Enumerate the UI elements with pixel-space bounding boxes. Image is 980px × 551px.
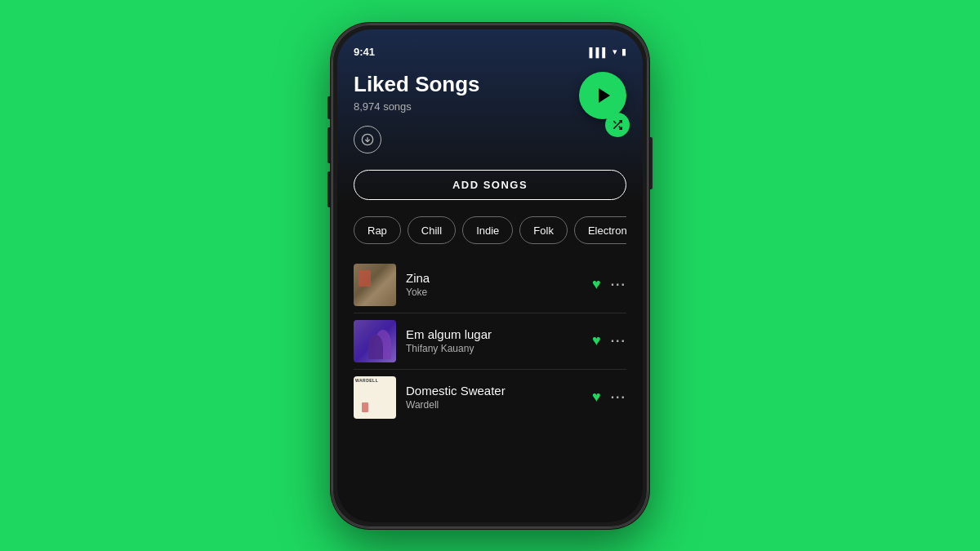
song-artist-em: Thifany Kauany: [406, 343, 582, 354]
song-title-domestic: Domestic Sweater: [406, 384, 582, 398]
genre-label-rap: Rap: [368, 224, 387, 237]
song-info-zina: Zina Yoke: [406, 271, 582, 298]
song-title-zina: Zina: [406, 271, 582, 285]
more-icon-domestic[interactable]: ···: [611, 390, 626, 405]
genre-label-electronic: Electronic: [588, 224, 626, 237]
song-artist-domestic: Wardell: [406, 399, 582, 411]
power-button: [649, 137, 653, 189]
play-icon: [595, 86, 614, 105]
genre-chip-rap[interactable]: Rap: [354, 216, 401, 244]
song-item-em[interactable]: Em algum lugar Thifany Kauany ♥ ···: [354, 313, 626, 369]
song-actions-domestic: ♥ ···: [592, 389, 626, 406]
phone-mockup: 9:41 ▌▌▌ ▾ ▮ Liked Songs 8,974 songs: [331, 23, 649, 529]
genre-chips: Rap Chill Indie Folk Electronic: [354, 216, 626, 244]
genre-chip-chill[interactable]: Chill: [408, 216, 456, 244]
song-item-domestic[interactable]: Domestic Sweater Wardell ♥ ···: [354, 370, 626, 425]
signal-icon: ▌▌▌: [590, 47, 608, 57]
song-actions-zina: ♥ ···: [592, 276, 626, 293]
heart-icon-em[interactable]: ♥: [592, 332, 601, 349]
song-actions-em: ♥ ···: [592, 332, 626, 349]
song-info-em: Em algum lugar Thifany Kauany: [406, 327, 582, 354]
battery-icon: ▮: [621, 47, 626, 57]
more-icon-em[interactable]: ···: [611, 334, 626, 349]
screen: 9:41 ▌▌▌ ▾ ▮ Liked Songs 8,974 songs: [337, 29, 643, 522]
song-art-domestic: [354, 376, 396, 419]
heart-icon-zina[interactable]: ♥: [592, 276, 601, 293]
heart-icon-domestic[interactable]: ♥: [592, 389, 601, 406]
wifi-icon: ▾: [612, 47, 617, 57]
add-songs-button[interactable]: ADD SONGS: [354, 170, 626, 200]
song-art-zina: [354, 264, 396, 306]
song-item-zina[interactable]: Zina Yoke ♥ ···: [354, 257, 626, 313]
svg-line-4: [613, 121, 616, 123]
song-list: Zina Yoke ♥ ··· Em algum lugar: [354, 257, 626, 425]
phone-frame: 9:41 ▌▌▌ ▾ ▮ Liked Songs 8,974 songs: [331, 23, 649, 529]
status-time: 9:41: [354, 46, 375, 58]
genre-chip-electronic[interactable]: Electronic: [574, 216, 626, 244]
download-button[interactable]: [354, 126, 381, 153]
status-bar: 9:41 ▌▌▌ ▾ ▮: [337, 29, 643, 65]
song-info-domestic: Domestic Sweater Wardell: [406, 384, 582, 411]
svg-marker-2: [599, 88, 610, 103]
status-icons: ▌▌▌ ▾ ▮: [590, 47, 626, 57]
song-artist-zina: Yoke: [406, 287, 582, 298]
download-icon: [361, 133, 374, 146]
add-songs-label: ADD SONGS: [452, 179, 528, 191]
actions-row: [354, 126, 626, 153]
song-art-em: [354, 320, 396, 362]
play-button[interactable]: [579, 72, 626, 119]
genre-label-chill: Chill: [421, 224, 442, 237]
genre-chip-folk[interactable]: Folk: [519, 216, 568, 244]
genre-label-folk: Folk: [533, 224, 554, 237]
genre-label-indie: Indie: [476, 224, 499, 237]
song-title-em: Em algum lugar: [406, 327, 582, 341]
content-area: Liked Songs 8,974 songs: [337, 65, 643, 425]
shuffle-button[interactable]: [605, 113, 630, 137]
shuffle-icon: [612, 119, 623, 131]
genre-chip-indie[interactable]: Indie: [462, 216, 513, 244]
more-icon-zina[interactable]: ···: [611, 278, 626, 292]
